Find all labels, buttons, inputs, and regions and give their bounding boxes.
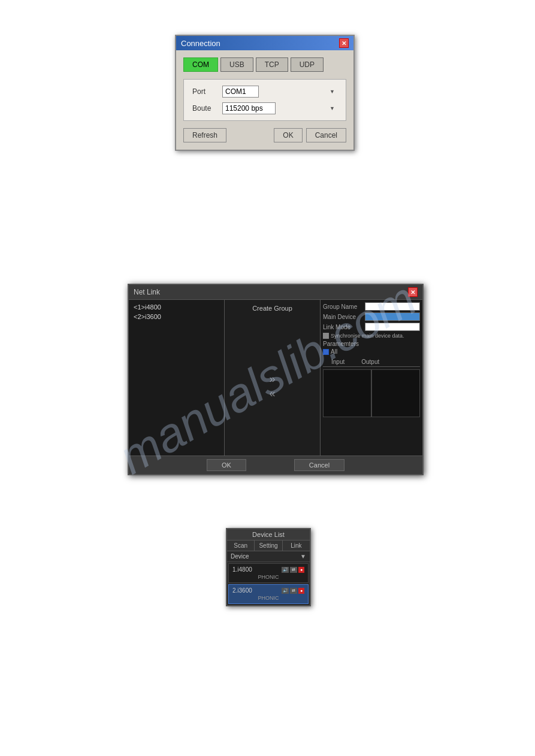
main-device-input[interactable] bbox=[365, 312, 420, 321]
device-1-brand: PHONIC bbox=[232, 574, 304, 580]
main-device-row: Main Device bbox=[323, 312, 420, 321]
device-1-status-icon: ● bbox=[298, 567, 304, 573]
device-2-link-icon[interactable]: ⇄ bbox=[290, 588, 297, 594]
device-2-icons: 🔊 ⇄ ● bbox=[282, 588, 304, 594]
devicelist-tab-scan[interactable]: Scan bbox=[227, 541, 255, 551]
boute-row: Boute 115200 bps 9600 bps 57600 bps bbox=[192, 102, 337, 114]
netlink-footer: OK Cancel bbox=[129, 456, 422, 474]
netlink-dialog: Net Link ✕ <1>i4800 <2>i3600 Create Grou… bbox=[128, 284, 424, 475]
devicelist-dropdown-icon[interactable]: ▼ bbox=[300, 553, 306, 560]
device-1-icons: 🔊 ⇄ ● bbox=[282, 567, 304, 573]
device-2-status-icon: ● bbox=[298, 588, 304, 594]
parameters-label: Paramemters bbox=[323, 341, 420, 347]
arrow-left-button[interactable]: « bbox=[269, 388, 275, 399]
device-item-2[interactable]: 2.i3600 🔊 ⇄ ● PHONIC bbox=[228, 584, 309, 604]
devicelist-dialog: Device List Scan Setting Link Device ▼ 1… bbox=[226, 528, 311, 606]
devicelist-tab-setting[interactable]: Setting bbox=[255, 541, 282, 551]
connection-close-button[interactable]: ✕ bbox=[339, 38, 349, 48]
tab-udp[interactable]: UDP bbox=[291, 57, 324, 72]
output-tab[interactable]: Output bbox=[353, 357, 388, 366]
device-2-name: 2.i3600 bbox=[232, 587, 252, 594]
connection-titlebar: Connection ✕ bbox=[176, 36, 353, 50]
link-mode-row: Link Mode bbox=[323, 323, 420, 331]
group-name-label: Group Name bbox=[323, 303, 365, 310]
devicelist-header-label: Device bbox=[231, 553, 249, 560]
ok-button[interactable]: OK bbox=[274, 128, 302, 142]
tab-com[interactable]: COM bbox=[183, 57, 218, 72]
device-item-2-top: 2.i3600 🔊 ⇄ ● bbox=[232, 587, 304, 594]
output-column bbox=[371, 369, 420, 417]
group-name-input[interactable] bbox=[365, 302, 420, 311]
port-select-wrapper: COM1 COM2 COM3 bbox=[222, 86, 337, 98]
tab-usb[interactable]: USB bbox=[220, 57, 253, 72]
device-2-brand: PHONIC bbox=[232, 595, 304, 601]
netlink-device-1[interactable]: <1>i4800 bbox=[131, 302, 222, 312]
connection-tabs: COM USB TCP UDP bbox=[183, 57, 346, 72]
all-label: All bbox=[331, 348, 337, 355]
device-2-audio-icon[interactable]: 🔊 bbox=[282, 588, 289, 594]
device-item-1-top: 1.i4800 🔊 ⇄ ● bbox=[232, 566, 304, 573]
sync-row: Synchronise main device data. bbox=[323, 333, 420, 339]
io-content bbox=[323, 369, 420, 417]
sync-checkbox[interactable] bbox=[323, 333, 329, 339]
port-label: Port bbox=[192, 87, 222, 96]
netlink-body: <1>i4800 <2>i3600 Create Group » « Group… bbox=[129, 300, 422, 456]
connection-form: Port COM1 COM2 COM3 Boute 115200 bps 960… bbox=[183, 79, 346, 121]
group-name-row: Group Name bbox=[323, 302, 420, 311]
netlink-device-list: <1>i4800 <2>i3600 bbox=[129, 300, 225, 456]
netlink-title: Net Link bbox=[134, 288, 160, 296]
netlink-cancel-button[interactable]: Cancel bbox=[294, 459, 344, 471]
link-mode-label: Link Mode bbox=[323, 324, 365, 330]
all-checkbox[interactable] bbox=[323, 349, 329, 355]
devicelist-tab-link[interactable]: Link bbox=[283, 541, 310, 551]
netlink-ok-button[interactable]: OK bbox=[207, 459, 246, 471]
link-mode-input[interactable] bbox=[365, 323, 420, 331]
footer-right-buttons: OK Cancel bbox=[274, 128, 346, 142]
boute-select[interactable]: 115200 bps 9600 bps 57600 bps bbox=[222, 102, 276, 114]
netlink-mid-panel: Create Group » « bbox=[225, 300, 321, 456]
devicelist-titlebar: Device List bbox=[227, 529, 310, 541]
arrow-right-button[interactable]: » bbox=[269, 374, 275, 384]
connection-content: COM USB TCP UDP Port COM1 COM2 COM3 Bout… bbox=[176, 50, 353, 150]
all-row: All bbox=[323, 348, 420, 355]
netlink-titlebar: Net Link ✕ bbox=[129, 285, 422, 300]
port-row: Port COM1 COM2 COM3 bbox=[192, 86, 337, 98]
boute-select-wrapper: 115200 bps 9600 bps 57600 bps bbox=[222, 102, 337, 114]
input-column bbox=[323, 369, 371, 417]
netlink-close-button[interactable]: ✕ bbox=[408, 287, 418, 297]
create-group-label: Create Group bbox=[252, 305, 292, 312]
input-tab[interactable]: Input bbox=[323, 357, 353, 366]
devicelist-tabs: Scan Setting Link bbox=[227, 541, 310, 551]
group-settings: Group Name Main Device Link Mode Synchro… bbox=[323, 302, 420, 417]
devicelist-title: Device List bbox=[252, 531, 285, 538]
cancel-button[interactable]: Cancel bbox=[306, 128, 346, 142]
connection-title: Connection bbox=[181, 39, 220, 48]
netlink-device-2[interactable]: <2>i3600 bbox=[131, 312, 222, 321]
connection-dialog: Connection ✕ COM USB TCP UDP Port COM1 C… bbox=[175, 35, 355, 151]
devicelist-header: Device ▼ bbox=[227, 551, 310, 562]
boute-label: Boute bbox=[192, 104, 222, 113]
refresh-button[interactable]: Refresh bbox=[183, 128, 226, 142]
device-1-link-icon[interactable]: ⇄ bbox=[290, 567, 297, 573]
connection-footer: Refresh OK Cancel bbox=[183, 128, 346, 142]
port-select[interactable]: COM1 COM2 COM3 bbox=[222, 86, 259, 98]
device-1-audio-icon[interactable]: 🔊 bbox=[282, 567, 289, 573]
device-1-name: 1.i4800 bbox=[232, 566, 252, 573]
device-item-1[interactable]: 1.i4800 🔊 ⇄ ● PHONIC bbox=[228, 563, 309, 583]
io-tabs: Input Output bbox=[323, 357, 420, 367]
tab-tcp[interactable]: TCP bbox=[256, 57, 288, 72]
netlink-right-panel: Group Name Main Device Link Mode Synchro… bbox=[321, 300, 422, 456]
main-device-label: Main Device bbox=[323, 314, 365, 320]
sync-label: Synchronise main device data. bbox=[331, 333, 404, 339]
